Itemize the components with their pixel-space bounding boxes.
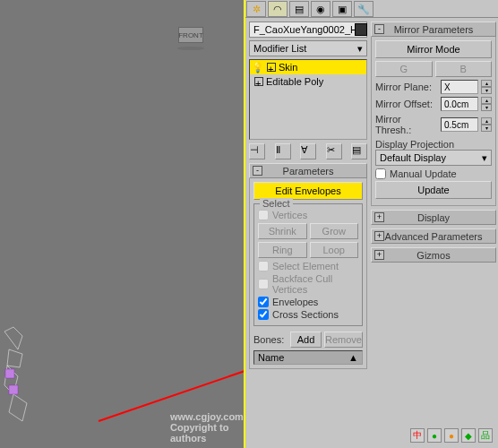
expand-box-icon[interactable]: + [254,77,263,86]
mirror-thresh-spinner[interactable]: 0.5cm [441,117,478,132]
mirror-offset-label: Mirror Offset: [375,99,438,109]
tab-display[interactable]: ▣ [332,1,352,17]
envelopes-checkbox[interactable]: Envelopes [258,297,358,307]
chevron-down-icon: ▾ [482,152,487,164]
svg-rect-1 [9,385,18,394]
sort-icon[interactable]: ▲ [348,352,358,363]
rollup-advanced-header[interactable]: +Advanced Parameters [371,228,496,244]
chevron-down-icon: ▾ [357,43,363,55]
show-end-result-button[interactable]: Ⅱ [275,143,291,159]
tab-create[interactable]: ✲ [246,1,266,17]
status-icon-2[interactable]: ● [427,428,442,443]
modifier-stack[interactable]: 💡+Skin +Editable Poly [249,59,367,140]
plus-icon: + [374,212,384,222]
tab-hierarchy[interactable]: ▤ [289,1,309,17]
mirror-plane-label: Mirror Plane: [375,82,438,92]
minus-icon: - [253,166,262,176]
select-element-checkbox[interactable]: Select Element [258,261,358,271]
command-toolbar: ✲ ◠ ▤ ◉ ▣ 🔧 [245,0,498,18]
modifier-stack-toolbar: ⊣ Ⅱ ∀ ✂ ▤ [249,143,367,159]
paste-blue-button: B [435,61,493,77]
bones-label: Bones: [253,334,288,345]
update-button[interactable]: Update [375,181,492,199]
plus-icon: + [374,250,384,260]
select-group-label: Select [260,198,293,209]
svg-rect-0 [5,369,14,378]
mirror-mode-button[interactable]: Mirror Mode [375,40,492,58]
add-bone-button[interactable]: Add [290,332,322,348]
make-unique-button[interactable]: ∀ [300,143,316,159]
status-icon-1[interactable]: 中 [410,428,425,443]
manual-update-checkbox[interactable]: Manual Update [375,168,492,179]
rollup-gizmos-header[interactable]: +Gizmos [371,247,496,263]
color-swatch[interactable] [355,23,367,36]
display-projection-label: Display Projection [375,139,492,150]
backface-cull-checkbox[interactable]: Backface Cull Vertices [258,273,358,295]
rollup-display-header[interactable]: +Display [371,210,496,225]
status-icon-4[interactable]: ◆ [461,428,476,443]
modifier-list-dropdown[interactable]: Modifier List▾ [249,40,367,56]
tab-utilities[interactable]: 🔧 [354,1,374,17]
watermark: www.cgjoy.com Copyright to authors [170,411,244,444]
mirror-thresh-label: Mirror Thresh.: [375,114,438,135]
viewport-cube-front[interactable]: FRONT [178,27,203,43]
viewport-wireframe [0,323,36,430]
viewport-cube-shadow [177,47,204,50]
plus-icon: + [374,231,384,241]
vertices-checkbox[interactable]: Vertices [258,210,358,220]
tab-modify[interactable]: ◠ [268,1,288,17]
lightbulb-icon: 💡 [252,62,264,73]
bones-list-header[interactable]: Name▲ [253,350,363,365]
display-projection-dropdown[interactable]: Default Display▾ [375,150,492,166]
loop-button: Loop [310,242,359,258]
grow-button: Grow [310,223,359,239]
rollup-parameters-header[interactable]: -Parameters [249,163,367,178]
status-icon-3[interactable]: ● [444,428,459,443]
expand-box-icon[interactable]: + [267,63,276,72]
pin-stack-button[interactable]: ⊣ [249,143,265,159]
paste-green-button: G [375,61,433,77]
mirror-offset-spinner[interactable]: 0.0cm [441,97,478,111]
modifier-skin[interactable]: 💡+Skin [250,60,366,74]
status-icon-5[interactable]: 品 [478,428,493,443]
tab-motion[interactable]: ◉ [311,1,331,17]
status-icons: 中 ● ● ◆ 品 [410,428,493,443]
configure-sets-button[interactable]: ▤ [351,143,367,159]
minus-icon: - [374,24,384,34]
modifier-editable-poly[interactable]: +Editable Poly [250,74,366,89]
edit-envelopes-button[interactable]: Edit Envelopes [253,182,363,200]
remove-modifier-button[interactable]: ✂ [326,143,342,159]
rollup-mirror-header[interactable]: -Mirror Parameters [371,22,496,37]
mirror-plane-dropdown[interactable]: X [441,80,478,94]
ring-button: Ring [258,242,307,258]
cross-sections-checkbox[interactable]: Cross Sections [258,309,358,320]
shrink-button: Shrink [258,223,307,239]
object-name-field[interactable]: F_CaoXueYang0002_HD [249,22,367,38]
remove-bone-button: Remove [324,332,363,348]
